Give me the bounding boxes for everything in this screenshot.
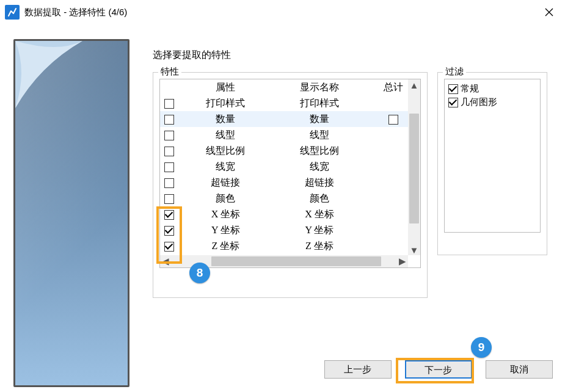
col-attr: 属性 xyxy=(179,79,273,95)
section-caption: 选择要提取的特性 xyxy=(153,49,553,62)
row-display: 打印样式 xyxy=(272,95,366,111)
table-row[interactable]: 超链接超链接 xyxy=(160,175,420,191)
row-checkbox[interactable] xyxy=(164,131,174,140)
row-display: 线型比例 xyxy=(272,143,366,159)
filter-item[interactable]: 常规 xyxy=(448,82,536,95)
total-checkbox[interactable] xyxy=(388,115,398,125)
table-row[interactable]: Y 坐标Y 坐标 xyxy=(160,222,420,238)
scroll-thumb[interactable] xyxy=(409,114,419,223)
properties-group: 特性 属性 显示名称 总计 打印样式打印样式数量数量线型线型线型比例线型比例线宽… xyxy=(153,72,428,298)
close-button[interactable] xyxy=(533,0,565,24)
filter-legend: 过滤 xyxy=(443,66,466,78)
hscroll-thumb[interactable] xyxy=(211,256,381,266)
row-checkbox[interactable] xyxy=(164,147,174,156)
filter-label: 常规 xyxy=(461,83,479,93)
next-button[interactable]: 下一步 xyxy=(405,360,472,379)
scroll-up-icon[interactable]: ▲ xyxy=(409,79,419,90)
titlebar: 数据提取 - 选择特性 (4/6) xyxy=(0,0,565,24)
prev-button[interactable]: 上一步 xyxy=(324,360,392,379)
row-checkbox[interactable] xyxy=(164,162,174,172)
row-checkbox[interactable] xyxy=(164,194,174,204)
annotation-step-9: 9 xyxy=(471,337,492,358)
horizontal-scrollbar[interactable]: ◀ ▶ xyxy=(160,255,408,267)
row-checkbox[interactable] xyxy=(164,99,174,109)
row-attr: 线型 xyxy=(179,127,273,143)
button-row: 上一步 下一步 取消 xyxy=(0,360,553,380)
col-display: 显示名称 xyxy=(272,79,366,95)
filter-checkbox[interactable] xyxy=(448,84,458,94)
row-attr: 线型比例 xyxy=(179,143,273,159)
preview-pane xyxy=(13,39,129,387)
row-display: Y 坐标 xyxy=(272,222,366,238)
row-attr: 线宽 xyxy=(179,159,273,175)
properties-legend: 特性 xyxy=(158,66,181,78)
row-checkbox[interactable] xyxy=(164,178,174,188)
row-display: Z 坐标 xyxy=(272,238,366,254)
table-row[interactable]: 线型比例线型比例 xyxy=(160,143,420,159)
filter-checkbox[interactable] xyxy=(448,98,458,107)
row-attr: 打印样式 xyxy=(179,95,273,111)
properties-table: 属性 显示名称 总计 打印样式打印样式数量数量线型线型线型比例线型比例线宽线宽超… xyxy=(159,79,421,268)
scroll-right-icon[interactable]: ▶ xyxy=(397,256,408,266)
row-display: 数量 xyxy=(272,111,366,127)
row-checkbox[interactable] xyxy=(164,242,174,252)
table-row[interactable]: X 坐标X 坐标 xyxy=(160,206,420,222)
table-row[interactable]: 线宽线宽 xyxy=(160,159,420,175)
row-checkbox[interactable] xyxy=(164,226,174,236)
scroll-left-icon[interactable]: ◀ xyxy=(160,256,171,266)
row-display: 线型 xyxy=(272,127,366,143)
row-attr: X 坐标 xyxy=(179,206,273,222)
row-attr: Y 坐标 xyxy=(179,222,273,238)
row-display: 线宽 xyxy=(272,159,366,175)
filter-item[interactable]: 几何图形 xyxy=(448,95,536,109)
row-checkbox[interactable] xyxy=(164,210,174,220)
page-fold-icon xyxy=(15,41,82,108)
vertical-scrollbar[interactable]: ▲ ▼ xyxy=(408,79,420,255)
table-row[interactable]: Z 坐标Z 坐标 xyxy=(160,238,420,254)
content: 选择要提取的特性 特性 属性 显示名称 总计 打印样式打印样式数量数量线型线型线… xyxy=(0,24,565,392)
row-checkbox[interactable] xyxy=(164,115,174,125)
filter-group: 过滤 常规几何图形 xyxy=(437,72,547,255)
app-icon xyxy=(5,5,20,20)
row-display: 超链接 xyxy=(272,175,366,191)
window-title: 数据提取 - 选择特性 (4/6) xyxy=(24,7,533,18)
row-attr: 超链接 xyxy=(179,175,273,191)
row-attr: 颜色 xyxy=(179,191,273,206)
row-attr: 数量 xyxy=(179,111,273,127)
table-row[interactable]: 颜色颜色 xyxy=(160,191,420,206)
filter-list: 常规几何图形 xyxy=(444,79,541,233)
row-display: X 坐标 xyxy=(272,206,366,222)
table-row[interactable]: 数量数量 xyxy=(160,111,420,127)
table-row[interactable]: 打印样式打印样式 xyxy=(160,95,420,111)
table-header: 属性 显示名称 总计 xyxy=(160,79,420,95)
filter-label: 几何图形 xyxy=(461,96,497,107)
row-display: 颜色 xyxy=(272,191,366,206)
main-area: 选择要提取的特性 xyxy=(153,49,553,67)
row-attr: Z 坐标 xyxy=(179,238,273,254)
table-row[interactable]: 线型线型 xyxy=(160,127,420,143)
scroll-down-icon[interactable]: ▼ xyxy=(409,244,419,255)
cancel-button[interactable]: 取消 xyxy=(486,360,553,379)
